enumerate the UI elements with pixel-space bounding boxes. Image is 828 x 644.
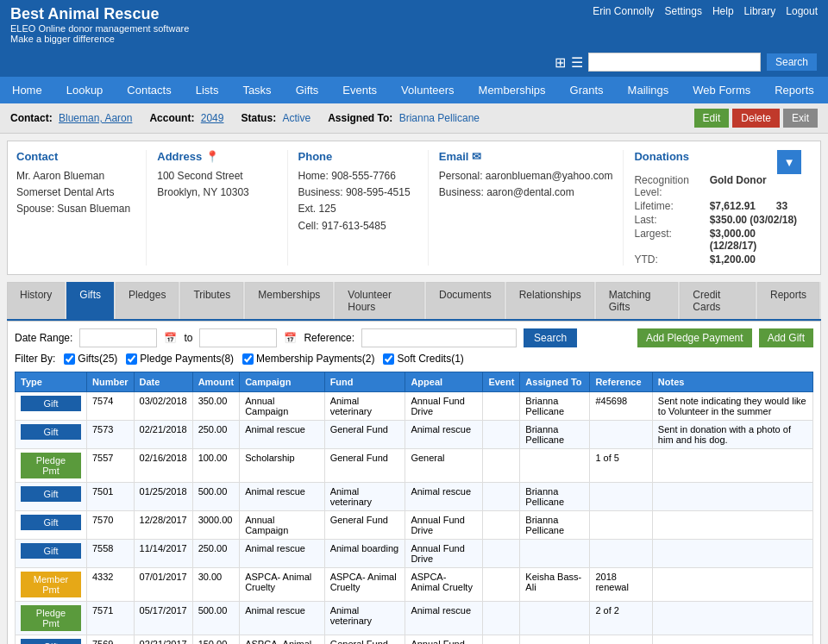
type-button[interactable]: Gift: [21, 424, 81, 440]
type-button[interactable]: Gift: [21, 639, 81, 644]
col-amount: Amount: [192, 372, 240, 392]
nav-volunteers[interactable]: Volunteers: [389, 77, 466, 103]
cell-amount: 500.00: [192, 483, 240, 511]
tab-gifts[interactable]: Gifts: [66, 282, 114, 319]
cell-type[interactable]: Gift: [16, 540, 87, 568]
cell-amount: 350.00: [192, 392, 240, 421]
assigned-value: Brianna Pellicane: [399, 112, 480, 124]
date-range-label: Date Range:: [15, 332, 72, 344]
table-row: Gift 7570 12/28/2017 3000.00 Annual Camp…: [16, 511, 813, 540]
email-icon: ✉: [472, 150, 481, 163]
nav-mailings[interactable]: Mailings: [616, 77, 681, 103]
tab-history[interactable]: History: [7, 282, 65, 319]
account-value-link[interactable]: 2049: [201, 112, 224, 124]
contact-section-contact: Contact Mr. Aaron Blueman Somerset Denta…: [16, 150, 147, 266]
calendar-to-icon[interactable]: 📅: [284, 332, 297, 344]
cell-date: 05/17/2017: [134, 602, 192, 635]
cell-type[interactable]: Gift: [16, 483, 87, 511]
tab-matching-gifts[interactable]: Matching Gifts: [596, 282, 679, 319]
contact-section-phone: Phone Home: 908-555-7766 Business: 908-5…: [288, 150, 429, 266]
contact-name-link[interactable]: Blueman, Aaron: [59, 112, 132, 124]
tab-relationships[interactable]: Relationships: [506, 282, 594, 319]
filter-membership-payments-checkbox[interactable]: [242, 353, 254, 365]
type-button[interactable]: Gift: [21, 515, 81, 530]
cell-type[interactable]: Member Pmt: [16, 568, 87, 602]
cell-type[interactable]: Pledge Pmt: [16, 449, 87, 483]
tab-volunteer-hours[interactable]: Volunteer Hours: [335, 282, 424, 319]
search-button[interactable]: Search: [524, 328, 577, 347]
cell-type[interactable]: Gift: [16, 421, 87, 449]
add-gift-button[interactable]: Add Gift: [759, 328, 813, 347]
tab-pledges[interactable]: Pledges: [116, 282, 179, 319]
exit-button[interactable]: Exit: [783, 109, 818, 128]
donations-section-title: Donations: [634, 150, 689, 163]
donations-grid: Recognition Level: Gold Donor Lifetime: …: [634, 174, 801, 266]
nav-lookup[interactable]: Lookup: [54, 77, 116, 103]
nav-memberships[interactable]: Memberships: [467, 77, 558, 103]
nav-contacts[interactable]: Contacts: [115, 77, 183, 103]
type-button[interactable]: Gift: [21, 396, 81, 411]
cell-type[interactable]: Gift: [16, 635, 87, 645]
cell-type[interactable]: Gift: [16, 511, 87, 540]
settings-link[interactable]: Settings: [665, 5, 702, 17]
reference-input[interactable]: [361, 328, 517, 347]
app-title: Best Animal Rescue: [10, 5, 189, 23]
global-search-input[interactable]: [588, 53, 761, 72]
library-link[interactable]: Library: [744, 5, 776, 17]
nav-reports[interactable]: Reports: [762, 77, 826, 103]
filter-gifts-checkbox[interactable]: [64, 353, 75, 365]
cell-number: 7573: [87, 421, 135, 449]
add-pledge-payment-button[interactable]: Add Pledge Payment: [637, 328, 752, 347]
cell-fund: General Fund: [324, 635, 405, 645]
calendar-from-icon[interactable]: 📅: [164, 332, 177, 344]
nav-webforms[interactable]: Web Forms: [681, 77, 762, 103]
filter-pledge-payments-checkbox[interactable]: [126, 353, 137, 365]
contact-section-title: Contact: [16, 150, 135, 163]
cell-event: [483, 540, 520, 568]
contact-label: Contact: Blueman, Aaron: [10, 112, 132, 124]
donations-dropdown-button[interactable]: ▼: [777, 150, 801, 174]
nav-home[interactable]: Home: [0, 77, 54, 103]
type-button[interactable]: Pledge Pmt: [21, 453, 81, 478]
nav-grants[interactable]: Grants: [558, 77, 616, 103]
cell-reference: 2018 renewal: [590, 568, 652, 602]
cell-type[interactable]: Gift: [16, 392, 87, 421]
delete-button[interactable]: Delete: [732, 109, 780, 128]
tab-credit-cards[interactable]: Credit Cards: [680, 282, 756, 319]
help-link[interactable]: Help: [712, 5, 734, 17]
col-type: Type: [16, 372, 87, 392]
logout-link[interactable]: Logout: [786, 5, 818, 17]
filter-pledge-payments-checkbox-label[interactable]: Pledge Payments(8): [126, 353, 234, 365]
date-to-input[interactable]: [199, 328, 277, 347]
filter-soft-credits-checkbox[interactable]: [383, 353, 394, 365]
tab-reports[interactable]: Reports: [757, 282, 819, 319]
filter-row: Date Range: 📅 to 📅 Reference: Search Add…: [15, 328, 813, 347]
filter-gifts-checkbox-label[interactable]: Gifts(25): [64, 353, 117, 365]
status-label: Status:: [241, 112, 276, 124]
cell-date: 02/21/2017: [134, 635, 192, 645]
cell-date: 12/28/2017: [134, 511, 192, 540]
date-from-input[interactable]: [79, 328, 157, 347]
tab-tributes[interactable]: Tributes: [180, 282, 243, 319]
edit-button[interactable]: Edit: [694, 109, 730, 128]
global-search-button[interactable]: Search: [766, 53, 818, 72]
nav-tasks[interactable]: Tasks: [230, 77, 283, 103]
filter-membership-payments-checkbox-label[interactable]: Membership Payments(2): [242, 353, 374, 365]
cell-date: 11/14/2017: [134, 540, 192, 568]
tab-memberships[interactable]: Memberships: [245, 282, 333, 319]
cell-event: [483, 483, 520, 511]
type-button[interactable]: Pledge Pmt: [21, 605, 81, 631]
tab-documents[interactable]: Documents: [426, 282, 505, 319]
cell-assigned-to: [520, 635, 590, 645]
type-button[interactable]: Gift: [21, 543, 81, 559]
type-button[interactable]: Gift: [21, 486, 81, 502]
nav-gifts[interactable]: Gifts: [284, 77, 331, 103]
nav-events[interactable]: Events: [330, 77, 389, 103]
cell-appeal: ASPCA- Animal Cruelty: [405, 568, 483, 602]
filter-soft-credits-checkbox-label[interactable]: Soft Credits(1): [383, 353, 463, 365]
cell-type[interactable]: Pledge Pmt: [16, 602, 87, 635]
type-button[interactable]: Member Pmt: [21, 572, 81, 597]
cell-assigned-to: Brianna Pellicane: [520, 392, 590, 421]
cell-number: 7570: [87, 511, 135, 540]
nav-lists[interactable]: Lists: [184, 77, 231, 103]
